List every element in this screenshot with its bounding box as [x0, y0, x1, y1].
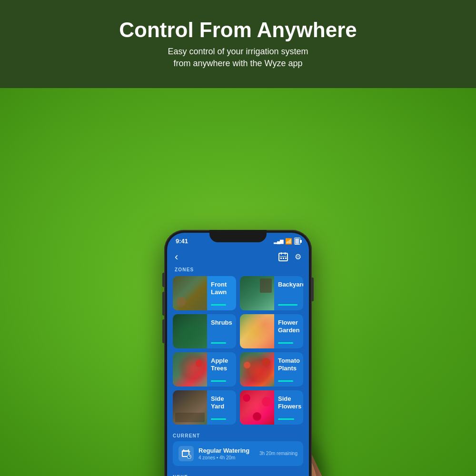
wifi-icon: 📶 [285, 238, 292, 245]
zone-info-front-lawn: FrontLawn [207, 276, 236, 310]
zone-card-tomato-plants[interactable]: TomatoPlants [240, 352, 303, 387]
next-label: NEXT [173, 472, 303, 476]
zone-thumb-shrubs [173, 314, 207, 348]
zone-thumb-apple-trees [173, 352, 207, 387]
zone-name-backyard: Backyard [278, 281, 303, 289]
phone-notch [209, 230, 267, 242]
zones-grid: FrontLawn Backyard [167, 276, 309, 425]
zone-thumb-backyard [240, 276, 274, 310]
current-card-icon [178, 446, 194, 461]
zone-name-apple-trees: AppleTrees [211, 357, 232, 373]
zone-thumb-side-flowers [240, 390, 274, 425]
zone-bar-backyard [278, 304, 298, 306]
current-section: CURRENT [167, 425, 309, 468]
zone-card-backyard[interactable]: Backyard [240, 276, 303, 310]
status-time: 9:41 [176, 238, 188, 245]
current-card-time-remaining: 3h 20m remaining [259, 451, 298, 456]
zones-section: ZONES FrontLawn [167, 267, 309, 425]
next-section: NEXT [167, 468, 309, 476]
zone-bar-side-yard [211, 418, 226, 420]
current-card-title: Regular Watering [198, 447, 255, 454]
zone-card-side-flowers[interactable]: SideFlowers [240, 390, 303, 425]
battery-icon: ▓ [294, 238, 300, 245]
zone-name-flower-garden: FlowerGarden [278, 319, 300, 335]
top-banner: Control From Anywhere Easy control of yo… [0, 0, 476, 88]
zone-thumb-side-yard [173, 390, 207, 425]
signal-icon: ▂▄▆ [274, 238, 283, 244]
zone-name-side-yard: Side Yard [211, 395, 232, 411]
zone-name-front-lawn: FrontLawn [211, 281, 232, 297]
zone-card-shrubs[interactable]: Shrubs [173, 314, 236, 348]
calendar-icon[interactable] [278, 253, 288, 261]
zone-bar-flower-garden [278, 342, 293, 344]
zone-name-tomato-plants: TomatoPlants [278, 357, 300, 373]
grass-background: 9:41 ▂▄▆ 📶 ▓ ‹ [0, 88, 476, 476]
zone-thumb-front-lawn [173, 276, 207, 310]
header-icons-group: ⚙ [278, 252, 301, 261]
zone-info-apple-trees: AppleTrees [207, 352, 236, 387]
current-card-info: Regular Watering 4 zones • 4h 20m [198, 447, 255, 460]
banner-title: Control From Anywhere [119, 19, 357, 41]
zone-card-front-lawn[interactable]: FrontLawn [173, 276, 236, 310]
zone-bar-tomato-plants [278, 380, 293, 382]
current-card-subtitle: 4 zones • 4h 20m [198, 455, 255, 460]
zone-thumb-tomato-plants [240, 352, 274, 387]
zone-info-side-yard: Side Yard [207, 390, 236, 425]
zone-bar-shrubs [211, 342, 226, 344]
zone-card-apple-trees[interactable]: AppleTrees [173, 352, 236, 387]
back-button[interactable]: ‹ [175, 251, 178, 263]
zone-bar-apple-trees [211, 380, 226, 382]
phone-container: 9:41 ▂▄▆ 📶 ▓ ‹ [0, 176, 476, 476]
zone-info-side-flowers: SideFlowers [274, 390, 303, 425]
phone-shell: 9:41 ▂▄▆ 📶 ▓ ‹ [164, 230, 312, 476]
zone-name-shrubs: Shrubs [211, 319, 232, 327]
zone-info-backyard: Backyard [274, 276, 303, 310]
zone-info-shrubs: Shrubs [207, 314, 236, 348]
zone-info-tomato-plants: TomatoPlants [274, 352, 303, 387]
zone-card-side-yard[interactable]: Side Yard [173, 390, 236, 425]
zone-thumb-flower-garden [240, 314, 274, 348]
current-card[interactable]: Regular Watering 4 zones • 4h 20m 3h 20m… [173, 441, 303, 466]
zone-bar-front-lawn [211, 304, 226, 306]
phone-screen: 9:41 ▂▄▆ 📶 ▓ ‹ [167, 233, 309, 476]
settings-icon[interactable]: ⚙ [295, 252, 301, 261]
zone-info-flower-garden: FlowerGarden [274, 314, 303, 348]
zone-name-side-flowers: SideFlowers [278, 395, 301, 411]
status-icons: ▂▄▆ 📶 ▓ [274, 238, 300, 245]
current-label: CURRENT [173, 429, 303, 441]
zone-bar-side-flowers [278, 418, 294, 420]
app-header: ‹ [167, 248, 309, 267]
zone-card-flower-garden[interactable]: FlowerGarden [240, 314, 303, 348]
banner-subtitle: Easy control of your irrigation system f… [168, 46, 308, 69]
zones-label: ZONES [167, 267, 309, 276]
